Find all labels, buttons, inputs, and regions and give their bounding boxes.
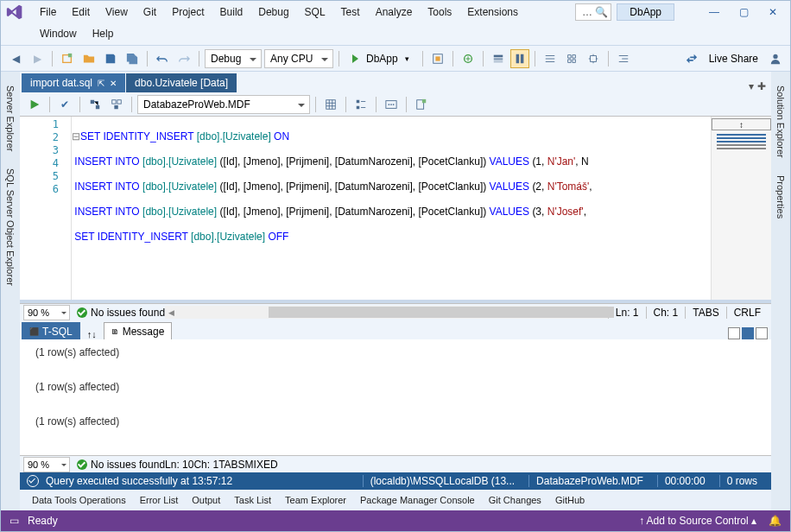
tb-icon-6[interactable]	[562, 49, 581, 68]
save-all-button[interactable]	[123, 49, 142, 68]
tb-icon-7[interactable]	[584, 49, 603, 68]
tab-git-changes[interactable]: Git Changes	[484, 493, 547, 507]
results-text-icon[interactable]	[351, 95, 370, 114]
vs-logo	[6, 3, 23, 21]
undo-button[interactable]	[153, 49, 172, 68]
tb-icon-1[interactable]	[428, 49, 447, 68]
nav-fwd-button[interactable]: ▶	[28, 49, 47, 68]
code-editor[interactable]: ⊟SET IDENTITY_INSERT [dbo].[Uzivatele] O…	[72, 117, 711, 300]
ok-icon	[27, 475, 39, 487]
menu-extensions[interactable]: Extensions	[459, 3, 526, 21]
tab-team-explorer[interactable]: Team Explorer	[280, 493, 351, 507]
zoom-combo-2[interactable]: 90 %	[23, 457, 70, 472]
tab-overflow-icon[interactable]: ▾	[749, 80, 754, 92]
tab-data-tools[interactable]: Data Tools Operations	[27, 493, 131, 507]
menu-build[interactable]: Build	[212, 3, 251, 21]
sqlcmd-icon[interactable]	[382, 95, 401, 114]
execute-button[interactable]	[25, 95, 44, 114]
plan-icon[interactable]	[85, 95, 104, 114]
new-project-button[interactable]	[58, 49, 77, 68]
properties-tab[interactable]: Properties	[773, 168, 788, 225]
server-explorer-tab[interactable]: Server Explorer	[3, 79, 18, 158]
zoom-combo[interactable]: 90 %	[23, 305, 70, 320]
tab-pkg-console[interactable]: Package Manager Console	[355, 493, 480, 507]
svg-rect-5	[493, 54, 503, 57]
search-box[interactable]: … 🔍	[575, 3, 611, 21]
menu-project[interactable]: Project	[164, 3, 212, 21]
menu-sql[interactable]: SQL	[297, 3, 333, 21]
menu-help[interactable]: Help	[85, 25, 122, 42]
menu-git[interactable]: Git	[136, 3, 164, 21]
tab-message[interactable]: 🗎Message	[104, 322, 173, 339]
menu-test[interactable]: Test	[333, 3, 368, 21]
redo-button[interactable]	[174, 49, 193, 68]
results-grid-icon[interactable]	[321, 95, 340, 114]
live-share-label[interactable]: Live Share	[704, 53, 763, 65]
elapsed-time: 00:00:00	[657, 475, 712, 487]
source-control-button[interactable]: ↑ Add to Source Control ▴	[639, 515, 756, 527]
indent-indicator-2: TABS	[218, 459, 244, 471]
tab-arrows[interactable]: ↑↓	[82, 329, 102, 339]
svg-rect-9	[521, 54, 524, 63]
layout-btn-3[interactable]	[756, 327, 768, 339]
minimize-button[interactable]: —	[702, 3, 726, 22]
check-button[interactable]: ✔	[55, 95, 74, 114]
results-statusbar: 90 % No issues found Ln: 10 Ch: 1 TABS M…	[20, 455, 771, 472]
status-shape-icon: ▭	[9, 515, 19, 527]
solution-explorer-tab[interactable]: Solution Explorer	[773, 79, 788, 165]
tab-pinboard-icon[interactable]: ✚	[757, 80, 766, 92]
menu-tools[interactable]: Tools	[420, 3, 459, 21]
menu-edit[interactable]: Edit	[64, 3, 98, 21]
tab-error-list[interactable]: Error List	[135, 493, 184, 507]
config-combo[interactable]: Debug	[205, 49, 262, 68]
tb-icon-3[interactable]	[489, 49, 508, 68]
h-scrollbar[interactable]: ◀▶	[165, 306, 608, 319]
split-icon[interactable]: ↕	[712, 118, 771, 130]
tab-task-list[interactable]: Task List	[229, 493, 276, 507]
menu-file[interactable]: File	[32, 3, 64, 21]
nav-back-button[interactable]: ◀	[6, 49, 25, 68]
results-tabstrip: ⬛T-SQL ↑↓ 🗎Message	[20, 320, 771, 339]
layout-btn-2[interactable]	[742, 327, 754, 339]
start-debug-button[interactable]: DbApp▾	[345, 49, 417, 68]
new-query-icon[interactable]	[412, 95, 431, 114]
notifications-icon[interactable]: 🔔	[769, 515, 782, 527]
indent-indicator: TABS	[685, 307, 725, 319]
tab-output[interactable]: Output	[187, 493, 225, 507]
close-button[interactable]: ✕	[761, 3, 785, 22]
svg-rect-14	[117, 99, 121, 103]
save-button[interactable]	[101, 49, 120, 68]
tab-uzivatele-data[interactable]: dbo.Uzivatele [Data]	[126, 73, 237, 92]
menu-window[interactable]: Window	[32, 25, 85, 42]
svg-point-22	[393, 104, 395, 105]
svg-rect-8	[516, 54, 519, 63]
tab-github[interactable]: GitHub	[550, 493, 590, 507]
svg-rect-1	[68, 53, 72, 56]
database-combo[interactable]: DatabazeProWeb.MDF	[137, 95, 310, 114]
open-button[interactable]	[79, 49, 98, 68]
pin-icon[interactable]: ⇱	[98, 79, 104, 88]
svg-rect-17	[357, 99, 360, 103]
close-tab-icon[interactable]: ✕	[110, 79, 117, 88]
check-icon	[77, 307, 87, 318]
tb-icon-2[interactable]	[459, 49, 478, 68]
plan2-icon[interactable]	[107, 95, 126, 114]
minimap[interactable]: ↕	[711, 117, 771, 300]
svg-rect-3	[435, 56, 440, 60]
message-pane[interactable]: (1 row(s) affected) (1 row(s) affected) …	[20, 339, 771, 455]
tb-icon-4[interactable]	[510, 49, 529, 68]
maximize-button[interactable]: ▢	[731, 3, 756, 22]
account-icon[interactable]	[766, 49, 785, 68]
platform-combo[interactable]: Any CPU	[264, 49, 333, 68]
tab-tsql[interactable]: ⬛T-SQL	[22, 322, 80, 339]
tb-icon-5[interactable]	[541, 49, 560, 68]
tab-import-sql[interactable]: import dat.sql ⇱ ✕	[22, 73, 125, 92]
menu-debug[interactable]: Debug	[250, 3, 296, 21]
live-share-icon[interactable]	[682, 49, 701, 68]
document-tabs: import dat.sql ⇱ ✕ dbo.Uzivatele [Data] …	[20, 72, 771, 92]
tb-icon-8[interactable]	[614, 49, 633, 68]
menu-view[interactable]: View	[98, 3, 136, 21]
layout-btn-1[interactable]	[728, 327, 740, 339]
sql-object-explorer-tab[interactable]: SQL Server Object Explorer	[3, 162, 18, 293]
menu-analyze[interactable]: Analyze	[368, 3, 421, 21]
